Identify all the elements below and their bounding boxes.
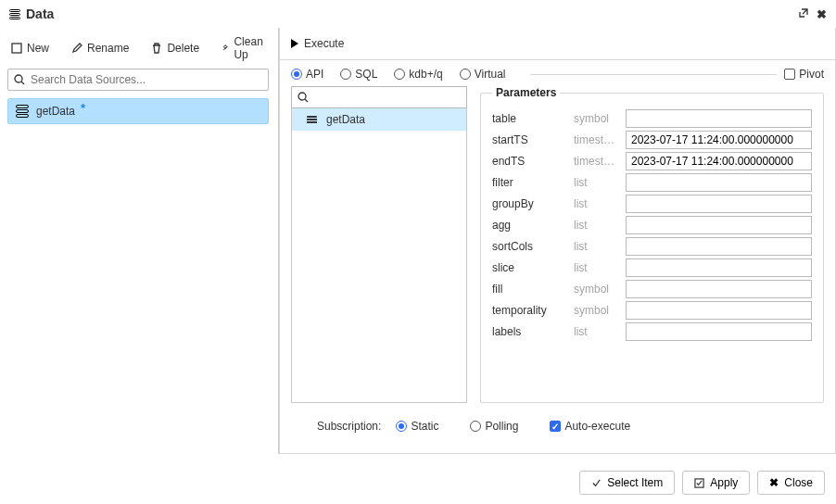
datasource-item-label: getData xyxy=(36,105,75,118)
search-icon xyxy=(14,74,25,85)
parameters-legend: Parameters xyxy=(492,86,560,99)
param-row: fillsymbol xyxy=(492,280,812,298)
cleanup-button-label: Clean Up xyxy=(234,35,266,61)
param-name: table xyxy=(492,112,568,125)
api-item-label: getData xyxy=(326,113,365,126)
close-icon[interactable]: ✖ xyxy=(817,7,827,21)
param-input-temporality[interactable] xyxy=(626,301,812,320)
param-row: labelslist xyxy=(492,322,812,341)
param-name: labels xyxy=(492,325,568,338)
check-icon xyxy=(591,478,602,488)
param-name: temporality xyxy=(492,304,568,317)
param-name: fill xyxy=(492,283,568,296)
mode-radio-kdb[interactable]: kdb+/q xyxy=(394,68,442,81)
rename-button-label: Rename xyxy=(87,42,129,55)
new-button-label: New xyxy=(27,42,49,55)
api-search[interactable] xyxy=(291,86,467,108)
param-type: list xyxy=(574,219,620,232)
param-input-fill[interactable] xyxy=(626,280,812,298)
execute-bar: Execute xyxy=(280,28,835,60)
param-type: timesta… xyxy=(574,133,620,146)
subscription-radio-polling[interactable]: Polling xyxy=(470,420,518,433)
param-name: startTS xyxy=(492,133,568,146)
param-name: filter xyxy=(492,176,568,189)
mode-radio-label: SQL xyxy=(355,68,377,81)
param-type: symbol xyxy=(574,112,620,125)
param-row: temporalitysymbol xyxy=(492,301,812,320)
param-type: symbol xyxy=(574,304,620,317)
config-row: getData Parameters tablesymbolstartTStim… xyxy=(280,86,835,410)
param-type: list xyxy=(574,240,620,253)
close-icon: ✖ xyxy=(769,476,779,489)
apply-button-label: Apply xyxy=(710,476,738,489)
mode-row: API SQL kdb+/q Virtual Pivot xyxy=(280,60,835,86)
delete-button[interactable]: Delete xyxy=(151,42,199,55)
param-input-table[interactable] xyxy=(626,109,812,128)
param-type: list xyxy=(574,197,620,210)
database-icon xyxy=(9,9,20,19)
datasource-search-input[interactable] xyxy=(29,72,262,87)
check-icon xyxy=(694,478,704,488)
param-input-endTS[interactable] xyxy=(626,152,812,170)
select-item-button[interactable]: Select Item xyxy=(579,471,675,495)
select-item-button-label: Select Item xyxy=(607,476,663,489)
pivot-checkbox-label: Pivot xyxy=(799,68,824,81)
mode-radio-sql[interactable]: SQL xyxy=(340,68,377,81)
api-list: getData xyxy=(291,86,467,403)
svg-rect-0 xyxy=(12,44,21,53)
subscription-radio-label: Static xyxy=(411,420,438,433)
popout-icon[interactable] xyxy=(798,7,809,21)
param-row: filterlist xyxy=(492,173,812,192)
param-row: agglist xyxy=(492,216,812,234)
param-input-startTS[interactable] xyxy=(626,131,812,149)
param-type: symbol xyxy=(574,283,620,296)
pivot-checkbox[interactable]: Pivot xyxy=(784,68,824,81)
param-input-filter[interactable] xyxy=(626,173,812,192)
svg-point-2 xyxy=(298,93,306,100)
cleanup-button[interactable]: Clean Up xyxy=(222,35,266,61)
param-name: sortCols xyxy=(492,240,568,253)
param-input-sortCols[interactable] xyxy=(626,237,812,256)
param-row: groupBylist xyxy=(492,195,812,213)
mode-radio-virtual[interactable]: Virtual xyxy=(460,68,506,81)
close-button[interactable]: ✖ Close xyxy=(757,471,825,495)
apply-button[interactable]: Apply xyxy=(682,471,750,495)
param-name: agg xyxy=(492,219,568,232)
param-name: endTS xyxy=(492,155,568,168)
dialog-footer: Select Item Apply ✖ Close xyxy=(579,471,825,495)
delete-button-label: Delete xyxy=(167,42,199,55)
param-row: endTStimesta… xyxy=(492,152,812,170)
param-input-slice[interactable] xyxy=(626,258,812,277)
close-button-label: Close xyxy=(784,476,813,489)
api-item[interactable]: getData xyxy=(292,108,466,131)
dialog-title: Data xyxy=(26,6,54,21)
autoexecute-checkbox[interactable]: ✓Auto-execute xyxy=(550,420,630,433)
param-input-agg[interactable] xyxy=(626,216,812,234)
param-input-labels[interactable] xyxy=(626,322,812,341)
parameters-fieldset: Parameters tablesymbolstartTStimesta…end… xyxy=(480,86,824,403)
right-pane: Execute API SQL kdb+/q Virtual Pivot xyxy=(279,28,836,454)
subscription-row: Subscription: Static Polling ✓Auto-execu… xyxy=(280,410,835,453)
rename-button[interactable]: Rename xyxy=(71,42,129,55)
mode-radio-label: Virtual xyxy=(475,68,506,81)
mode-radio-label: kdb+/q xyxy=(409,68,442,81)
left-toolbar: New Rename Delete Clean Up xyxy=(7,35,269,69)
datasource-item[interactable]: getData* xyxy=(7,98,269,124)
execute-button-label: Execute xyxy=(304,37,344,50)
datasource-search[interactable] xyxy=(7,69,269,91)
mode-radio-api[interactable]: API xyxy=(291,68,323,81)
mode-radio-label: API xyxy=(306,68,323,81)
param-row: sortColslist xyxy=(492,237,812,256)
new-button[interactable]: New xyxy=(11,42,49,55)
left-pane: New Rename Delete Clean Up getData* xyxy=(0,28,278,454)
param-name: groupBy xyxy=(492,197,568,210)
search-icon xyxy=(298,92,309,103)
list-icon xyxy=(307,116,317,123)
subscription-radio-static[interactable]: Static xyxy=(396,420,438,433)
param-row: slicelist xyxy=(492,258,812,277)
play-icon xyxy=(291,39,298,48)
param-row: startTStimesta… xyxy=(492,131,812,149)
param-type: list xyxy=(574,261,620,274)
param-input-groupBy[interactable] xyxy=(626,195,812,213)
execute-button[interactable]: Execute xyxy=(291,37,344,50)
